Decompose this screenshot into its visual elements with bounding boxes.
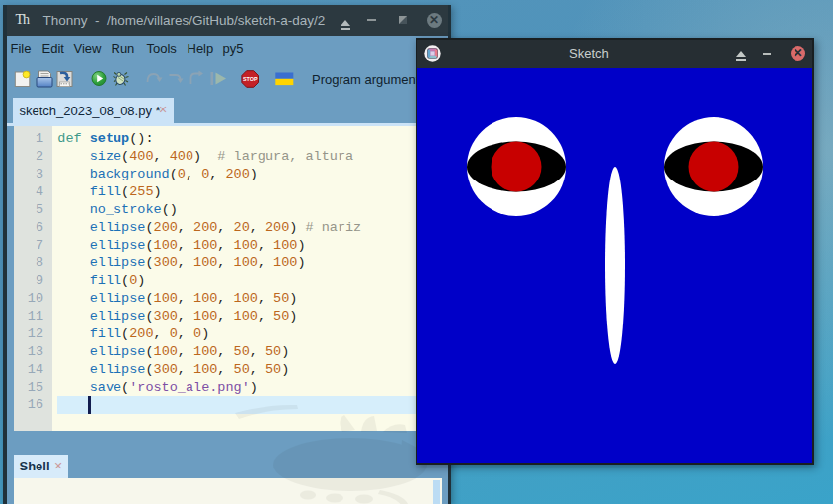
- svg-text:STOP: STOP: [242, 76, 257, 82]
- svg-text:Program arguments:: Program arguments:: [312, 72, 429, 87]
